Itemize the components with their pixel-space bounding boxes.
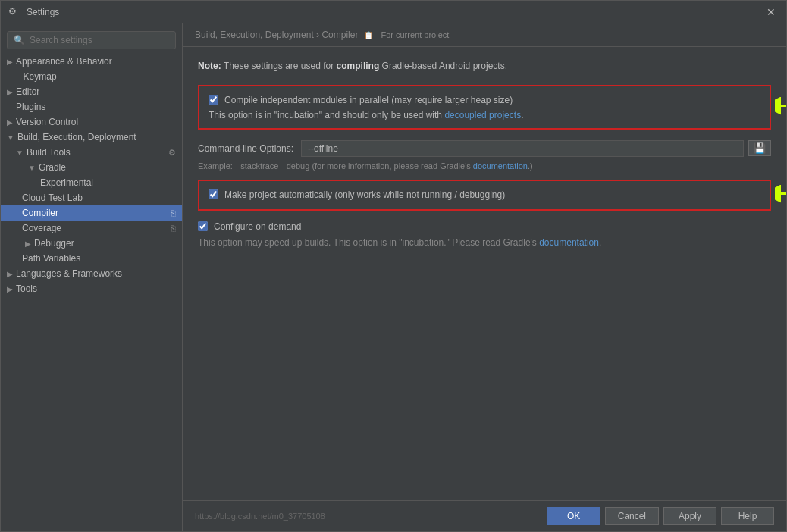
checkbox-make-auto[interactable] bbox=[209, 189, 218, 199]
sidebar-item-build-exec[interactable]: ▼ Build, Execution, Deployment bbox=[1, 130, 182, 145]
example-line: Example: --stacktrace --debug (for more … bbox=[198, 161, 771, 171]
sidebar-item-label: Gradle bbox=[39, 162, 66, 173]
sidebar-item-cloud-test-lab[interactable]: Cloud Test Lab bbox=[1, 190, 182, 205]
sidebar-item-label: Experimental bbox=[40, 177, 93, 188]
sidebar-item-tools[interactable]: ▶ Tools bbox=[1, 281, 182, 296]
checkbox-configure[interactable] bbox=[198, 221, 208, 231]
section2-box: Make project automatically (only works w… bbox=[198, 180, 771, 211]
arrow-icon: ▶ bbox=[25, 239, 31, 248]
decoupled-link[interactable]: decoupled projects bbox=[444, 110, 521, 120]
sidebar-item-coverage[interactable]: Coverage ⎘ bbox=[1, 221, 182, 236]
copy-icon: ⎘ bbox=[171, 224, 176, 233]
window-title: Settings bbox=[27, 7, 763, 17]
sidebar-item-label: Path Variables bbox=[22, 253, 80, 264]
sidebar-item-experimental[interactable]: Experimental bbox=[1, 175, 182, 190]
main-content: 🔍 ▶ Appearance & Behavior Keymap ▶ Edito… bbox=[1, 23, 786, 531]
sidebar-item-label: Plugins bbox=[16, 102, 45, 112]
copy-icon: ⎘ bbox=[171, 208, 176, 217]
arrow-annotation-2 bbox=[775, 185, 786, 205]
example-suffix: .) bbox=[528, 161, 533, 171]
subtext-prefix: This option is in "incubation" and shoul… bbox=[209, 110, 444, 120]
cmdline-label: Command-line Options: bbox=[198, 143, 293, 154]
sidebar-item-version-control[interactable]: ▶ Version Control bbox=[1, 114, 182, 130]
arrow-icon: ▶ bbox=[7, 118, 13, 127]
checkbox2-row: Make project automatically (only works w… bbox=[209, 189, 760, 202]
sidebar-item-keymap[interactable]: Keymap bbox=[1, 69, 182, 84]
sidebar-item-languages[interactable]: ▶ Languages & Frameworks bbox=[1, 266, 182, 281]
note-rest: These settings are used for compiling Gr… bbox=[224, 61, 507, 71]
cancel-button[interactable]: Cancel bbox=[605, 507, 659, 525]
configure-row: Configure on demand bbox=[198, 221, 771, 232]
sidebar-item-label: Editor bbox=[16, 86, 39, 97]
title-bar: ⚙ Settings ✕ bbox=[1, 1, 786, 23]
sidebar: 🔍 ▶ Appearance & Behavior Keymap ▶ Edito… bbox=[1, 23, 183, 531]
section1-wrapper: Compile independent modules in parallel … bbox=[198, 85, 771, 130]
cmdline-row: Command-line Options: 💾 bbox=[198, 140, 771, 157]
arrow-icon: ▶ bbox=[7, 285, 13, 293]
note-line: Note: These settings are used for compil… bbox=[198, 59, 771, 73]
cmdline-save-button[interactable]: 💾 bbox=[748, 140, 771, 156]
right-panel: Build, Execution, Deployment › Compiler … bbox=[183, 23, 786, 531]
checkbox1-row: Compile independent modules in parallel … bbox=[209, 94, 760, 107]
sidebar-item-label: Cloud Test Lab bbox=[22, 192, 83, 203]
arrow-icon: ▶ bbox=[7, 270, 13, 278]
for-current-label: For current project bbox=[381, 30, 449, 39]
help-button[interactable]: Help bbox=[721, 507, 774, 525]
arrow-icon bbox=[16, 73, 20, 81]
sidebar-item-plugins[interactable]: Plugins bbox=[1, 99, 182, 114]
sidebar-item-build-tools[interactable]: ▼ Build Tools ⚙ bbox=[1, 145, 182, 160]
checkbox-make-auto-label: Make project automatically (only works w… bbox=[224, 189, 505, 202]
content-area: Note: These settings are used for compil… bbox=[183, 47, 786, 500]
sidebar-item-label: Compiler bbox=[22, 208, 58, 218]
example-prefix: Example: --stacktrace --debug (for more … bbox=[198, 161, 473, 171]
app-icon: ⚙ bbox=[8, 6, 20, 18]
bottom-bar: https://blog.csdn.net/m0_37705108 OK Can… bbox=[183, 500, 786, 531]
arrow-icon: ▼ bbox=[16, 149, 24, 157]
sidebar-item-label: Build Tools bbox=[27, 147, 71, 158]
parallel-subtext: This option is in "incubation" and shoul… bbox=[209, 110, 760, 120]
note-prefix: Note: bbox=[198, 61, 221, 71]
checkbox-parallel[interactable] bbox=[209, 95, 218, 105]
section1-box: Compile independent modules in parallel … bbox=[198, 85, 771, 130]
sidebar-item-label: Keymap bbox=[24, 71, 57, 82]
search-box[interactable]: 🔍 bbox=[7, 31, 176, 49]
sidebar-item-editor[interactable]: ▶ Editor bbox=[1, 84, 182, 99]
breadcrumb-path: Build, Execution, Deployment › Compiler bbox=[195, 30, 358, 40]
section2-wrapper: Make project automatically (only works w… bbox=[198, 180, 771, 211]
breadcrumb-icon: 📋 bbox=[364, 31, 373, 39]
apply-button[interactable]: Apply bbox=[663, 507, 716, 525]
subtext-suffix: . bbox=[521, 110, 523, 120]
sidebar-item-debugger[interactable]: ▶ Debugger bbox=[1, 236, 182, 251]
documentation-link[interactable]: documentation bbox=[473, 161, 528, 171]
search-input[interactable] bbox=[30, 35, 169, 45]
sidebar-item-path-variables[interactable]: Path Variables bbox=[1, 251, 182, 266]
sidebar-item-label: Tools bbox=[16, 283, 37, 294]
sidebar-item-appearance[interactable]: ▶ Appearance & Behavior bbox=[1, 54, 182, 69]
sidebar-item-label: Version Control bbox=[16, 117, 78, 127]
checkbox-parallel-label: Compile independent modules in parallel … bbox=[224, 94, 513, 107]
config-note-suffix: . bbox=[599, 237, 601, 248]
settings-icon: ⚙ bbox=[168, 148, 176, 158]
sidebar-item-label: Coverage bbox=[22, 223, 61, 233]
arrow-icon: ▶ bbox=[7, 88, 13, 96]
close-button[interactable]: ✕ bbox=[763, 5, 779, 20]
ok-button[interactable]: OK bbox=[547, 507, 600, 525]
sidebar-item-compiler[interactable]: Compiler ⎘ bbox=[1, 205, 182, 221]
config-note-prefix: This option may speed up builds. This op… bbox=[198, 237, 539, 248]
config-note: This option may speed up builds. This op… bbox=[198, 236, 771, 249]
arrow-icon: ▶ bbox=[7, 58, 13, 66]
sidebar-item-label: Debugger bbox=[34, 238, 74, 249]
watermark: https://blog.csdn.net/m0_37705108 bbox=[195, 512, 325, 521]
arrow-annotation-1 bbox=[775, 97, 786, 117]
breadcrumb: Build, Execution, Deployment › Compiler … bbox=[183, 23, 786, 47]
arrow-icon: ▼ bbox=[28, 164, 36, 172]
sidebar-item-label: Appearance & Behavior bbox=[16, 56, 112, 67]
configure-label: Configure on demand bbox=[214, 221, 301, 232]
sidebar-item-label: Build, Execution, Deployment bbox=[17, 132, 136, 142]
gradle-doc-link[interactable]: documentation bbox=[539, 237, 599, 248]
sidebar-item-gradle[interactable]: ▼ Gradle bbox=[1, 160, 182, 175]
sidebar-item-label: Languages & Frameworks bbox=[16, 268, 122, 279]
cmdline-input[interactable] bbox=[301, 140, 744, 157]
arrow-icon: ▼ bbox=[7, 133, 14, 142]
settings-window: ⚙ Settings ✕ 🔍 ▶ Appearance & Behavior K… bbox=[0, 0, 787, 532]
